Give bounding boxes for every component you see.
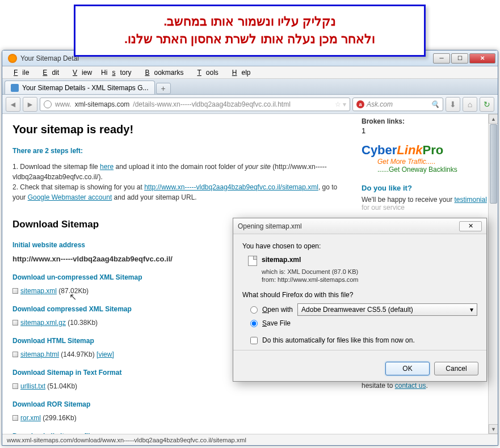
sitemap-check-link[interactable]: http://www.xn-----vldbq2aag4bzab9eqfvc.c… — [144, 183, 318, 191]
sitemap-xml-link[interactable]: sitemap.xml — [20, 287, 57, 295]
downloads-button[interactable]: ⬇ — [446, 97, 460, 112]
ror-link[interactable]: ror.xml — [20, 414, 41, 422]
scroll-thumb[interactable] — [490, 124, 497, 204]
menu-history[interactable]: History — [96, 67, 136, 78]
menu-bar: File Edit View History Bookmarks Tools H… — [2, 66, 498, 79]
ror-header: Download ROR Sitemap — [12, 399, 346, 409]
address-toolbar: ◄ ► www.xml-sitemaps.com/details-www.xn-… — [2, 95, 498, 114]
ask-icon: a — [356, 100, 364, 108]
save-file-label: Save File — [262, 319, 291, 327]
callout-line1: נקליק עליו ונשמור אותו במחשב. — [87, 13, 413, 31]
url-prefix: www. — [55, 100, 72, 108]
which-is-label: which is: XML Document (87.0 KB) — [262, 268, 477, 275]
home-button[interactable]: ⌂ — [463, 97, 477, 112]
like-text-trunc: for our service — [362, 204, 492, 212]
search-input[interactable]: a Ask.com 🔍 — [352, 98, 443, 111]
dialog-separator — [233, 350, 486, 350]
save-file-radio[interactable] — [250, 320, 258, 327]
page-heading: Your sitemap is ready! — [12, 121, 346, 138]
contact-us-link[interactable]: contact us — [395, 382, 426, 390]
tab-active[interactable]: Your Sitemap Details - XML Sitemaps G... — [5, 81, 155, 94]
menu-tools[interactable]: Tools — [188, 67, 222, 78]
like-text: We'll be happy to receive your testimoni… — [362, 196, 492, 204]
here-link[interactable]: here — [100, 163, 114, 171]
dialog-button-row: OK Cancel — [233, 356, 486, 381]
window-controls — [433, 53, 495, 64]
status-text: www.xml-sitemaps.com/download/www.xn----… — [7, 437, 246, 443]
sitemap-html-link[interactable]: sitemap.html — [20, 350, 59, 358]
file-icon — [12, 288, 18, 294]
minimize-button[interactable] — [433, 53, 450, 64]
download-dialog: Opening sitemap.xml ✕ You have chosen to… — [233, 218, 487, 382]
cyberlinkpro-logo[interactable]: CyberLinkPro Get More Traffic..... .....… — [362, 143, 492, 174]
url-input[interactable]: www.xml-sitemaps.com/details-www.xn-----… — [40, 98, 350, 111]
vertical-scrollbar[interactable]: ▲ ▼ — [488, 114, 498, 434]
menu-file[interactable]: File — [5, 67, 33, 78]
maximize-button[interactable] — [451, 53, 468, 64]
tab-favicon — [11, 84, 19, 92]
auto-label: Do this automatically for files like thi… — [262, 336, 415, 344]
urllist-row: urllist.txt (51.04Kb) — [12, 381, 346, 391]
open-with-select[interactable]: Adobe Dreamweaver CS5.5 (default)▾ — [297, 303, 477, 316]
ok-button[interactable]: OK — [385, 362, 430, 375]
open-with-radio[interactable] — [250, 306, 258, 314]
broken-links-count: 1 — [362, 126, 492, 135]
broken-links-header: Broken links: — [362, 117, 492, 125]
firefox-icon — [8, 54, 17, 63]
steps-left-label: There are 2 steps left: — [12, 146, 346, 156]
annotation-callout: נקליק עליו ונשמור אותו במחשב. ולאחר מכן … — [74, 5, 426, 57]
filename: sitemap.xml — [262, 256, 301, 266]
chosen-label: You have chosen to open: — [242, 242, 477, 250]
status-bar: www.xml-sitemaps.com/download/www.xn----… — [2, 434, 498, 445]
open-with-row[interactable]: Open with Adobe Dreamweaver CS5.5 (defau… — [250, 303, 477, 316]
save-file-row[interactable]: Save File — [250, 319, 477, 327]
scroll-down-button[interactable]: ▼ — [489, 424, 498, 434]
cancel-button[interactable]: Cancel — [434, 362, 478, 375]
open-with-label: Open with — [262, 306, 293, 314]
like-it-header: Do you like it? — [362, 184, 492, 192]
search-placeholder: Ask.com — [367, 100, 393, 108]
file-icon — [12, 320, 18, 326]
urllist-link[interactable]: urllist.txt — [20, 382, 45, 390]
question-label: What should Firefox do with this file? — [242, 291, 477, 299]
back-button[interactable]: ◄ — [6, 97, 20, 112]
dialog-titlebar[interactable]: Opening sitemap.xml ✕ — [233, 218, 486, 234]
callout-line2: ולאחר מכן נעלה אותו לשרת אחסון האתר שלנו… — [87, 31, 413, 48]
tab-bar: Your Sitemap Details - XML Sitemaps G...… — [2, 79, 498, 95]
bookmark-star-icon[interactable]: ☆ ▾ — [335, 100, 346, 108]
dialog-close-button[interactable]: ✕ — [459, 221, 482, 231]
dialog-title: Opening sitemap.xml — [238, 222, 459, 230]
file-icon — [12, 415, 18, 421]
auto-checkbox[interactable] — [250, 337, 258, 344]
dialog-body: You have chosen to open: sitemap.xml whi… — [233, 234, 486, 356]
url-domain: xml-sitemaps.com — [75, 100, 130, 108]
file-row: sitemap.xml — [248, 256, 477, 266]
file-icon — [12, 383, 18, 389]
hesitate-text: hesitate to contact us. — [362, 382, 492, 390]
from-label: from: http://www.xml-sitemaps.com — [262, 276, 477, 283]
google-webmaster-link[interactable]: Google Webmaster account — [28, 193, 112, 201]
sitemap-gz-link[interactable]: sitemap.xml.gz — [20, 319, 66, 327]
view-link[interactable]: [view] — [96, 350, 114, 358]
menu-bookmarks[interactable]: Bookmarks — [136, 67, 188, 78]
url-path: /details-www.xn-----vldbq2aag4bzab9eqfvc… — [133, 100, 290, 108]
scroll-up-button[interactable]: ▲ — [489, 114, 498, 124]
menu-help[interactable]: Help — [223, 67, 255, 78]
testimonial-link[interactable]: testimonial — [455, 196, 487, 204]
ror-row: ror.xml (299.16Kb) — [12, 413, 346, 423]
globe-icon — [44, 100, 52, 108]
file-icon — [12, 352, 18, 357]
tab-title: Your Sitemap Details - XML Sitemaps G... — [22, 84, 149, 92]
close-window-button[interactable] — [469, 53, 495, 64]
menu-view[interactable]: View — [64, 67, 96, 78]
new-tab-button[interactable]: + — [156, 83, 171, 94]
sync-button[interactable]: ↻ — [480, 97, 494, 112]
search-go-icon[interactable]: 🔍 — [431, 100, 439, 108]
step1-text: 1. Download the sitemap file here and up… — [12, 162, 346, 202]
auto-row[interactable]: Do this automatically for files like thi… — [250, 336, 477, 344]
menu-edit[interactable]: Edit — [33, 67, 64, 78]
forward-button[interactable]: ► — [23, 97, 37, 112]
document-icon — [248, 256, 257, 266]
